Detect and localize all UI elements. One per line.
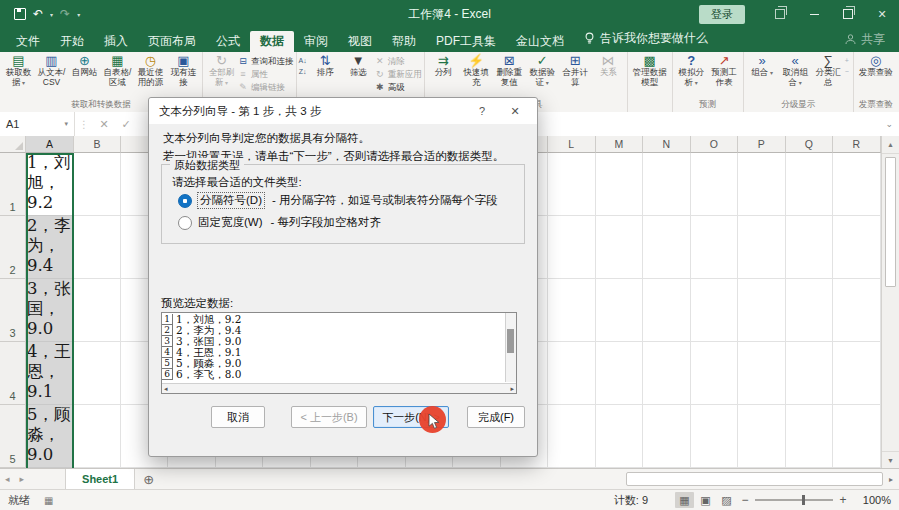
zoom-in-icon[interactable]: + xyxy=(835,493,851,507)
fixed-width-radio-row[interactable]: 固定宽度(W) - 每列字段加空格对齐 xyxy=(178,215,381,230)
cell-a5[interactable]: 5，顾淼，9.0 xyxy=(26,405,74,468)
preview-scroll-right-icon[interactable]: ▸ xyxy=(510,385,514,393)
scroll-up-icon[interactable]: ▲ xyxy=(882,136,899,154)
tab-data[interactable]: 数据 xyxy=(250,31,294,52)
restore-button[interactable] xyxy=(831,0,865,28)
delimited-radio-row[interactable]: 分隔符号(D) - 用分隔字符，如逗号或制表符分隔每个字段 xyxy=(178,193,498,208)
column-header-l[interactable]: L xyxy=(548,136,596,153)
cell-a1[interactable]: 1，刘旭，9.2 xyxy=(26,153,74,216)
qat-customize-icon[interactable]: ▾ xyxy=(77,11,80,18)
undo-caret-icon[interactable]: ▾ xyxy=(50,11,53,18)
collapse-ribbon-icon[interactable]: ⌃ xyxy=(883,100,891,110)
horizontal-scroll-thumb[interactable] xyxy=(626,472,883,486)
sort-descending-icon[interactable]: Z↓ xyxy=(299,67,307,76)
zoom-level[interactable]: 100% xyxy=(851,494,891,506)
row-header-4[interactable]: 4 xyxy=(0,342,26,405)
normal-view-icon[interactable]: ▦ xyxy=(675,492,694,508)
expand-formula-bar-icon[interactable]: ⌄ xyxy=(885,119,893,129)
sort-button[interactable]: ⇅ 排序 xyxy=(309,53,342,78)
tab-insert[interactable]: 插入 xyxy=(94,31,138,52)
consolidate-button[interactable]: ⊞ 合并计算 xyxy=(559,53,592,87)
text-to-columns-button[interactable]: ⇉ 分列 xyxy=(427,53,460,78)
h-scroll-right-icon[interactable]: ▸ xyxy=(883,475,899,484)
cell-a2[interactable]: 2，李为，9.4 xyxy=(26,216,74,279)
column-header-o[interactable]: O xyxy=(691,136,739,153)
data-validation-button[interactable]: ✓ 数据验证 xyxy=(526,53,559,87)
sign-in-button[interactable]: 登录 xyxy=(699,5,745,24)
undo-icon[interactable]: ↶ xyxy=(33,8,43,20)
cell-a3[interactable]: 3，张国，9.0 xyxy=(26,279,74,342)
delimited-radio[interactable] xyxy=(178,194,192,208)
zoom-slider-thumb[interactable] xyxy=(802,495,805,505)
tab-file[interactable]: 文件 xyxy=(6,31,50,52)
accessibility-icon[interactable]: ▦ xyxy=(44,495,53,506)
tab-formulas[interactable]: 公式 xyxy=(206,31,250,52)
subtotal-button[interactable]: ∑ 分类汇总 xyxy=(812,53,845,87)
select-all-corner[interactable] xyxy=(0,136,26,153)
fixed-width-radio-label[interactable]: 固定宽度(W) xyxy=(198,215,263,230)
tell-me-box[interactable]: 告诉我你想要做什么 xyxy=(574,26,718,52)
forecast-sheet-button[interactable]: ↗ 预测工作表 xyxy=(708,53,741,87)
column-header-n[interactable]: N xyxy=(643,136,691,153)
finish-button[interactable]: 完成(F) xyxy=(467,406,525,428)
ribbon-display-options-button[interactable] xyxy=(763,0,797,28)
fixed-width-radio[interactable] xyxy=(178,216,192,230)
new-sheet-icon[interactable]: ⊕ xyxy=(135,472,162,487)
sheet-tab-sheet1[interactable]: Sheet1 xyxy=(65,469,135,489)
sheet-nav-left-icon[interactable]: ◂ xyxy=(0,474,15,484)
from-web-button[interactable]: ⊕ 自网站 xyxy=(68,53,101,78)
row-header-5[interactable]: 5 xyxy=(0,405,26,468)
delimited-radio-label[interactable]: 分隔符号(D) xyxy=(198,193,264,208)
flash-fill-button[interactable]: ⚡ 快速填充 xyxy=(460,53,493,87)
column-header-r[interactable]: R xyxy=(833,136,881,153)
get-data-button[interactable]: ▤ 获取数据 xyxy=(2,53,35,87)
tab-review[interactable]: 审阅 xyxy=(294,31,338,52)
invoice-check-button[interactable]: ◎ 发票查验 xyxy=(856,53,896,78)
column-header-a[interactable]: A xyxy=(26,136,74,153)
advanced-filter-button[interactable]: ✱ 高级 xyxy=(375,81,422,93)
tab-view[interactable]: 视图 xyxy=(338,31,382,52)
sheet-nav-right-icon[interactable]: ▸ xyxy=(15,474,30,484)
row-header-2[interactable]: 2 xyxy=(0,216,26,279)
preview-scroll-left-icon[interactable]: ◂ xyxy=(164,385,168,393)
vertical-scrollbar[interactable]: ▲ ▼ xyxy=(881,136,899,468)
preview-vertical-scrollbar[interactable] xyxy=(505,313,516,382)
zoom-out-icon[interactable]: − xyxy=(737,493,753,507)
column-header-q[interactable]: Q xyxy=(786,136,834,153)
recent-sources-button[interactable]: ◷ 最近使用的源 xyxy=(134,53,167,87)
minimize-button[interactable] xyxy=(797,0,831,28)
group-button[interactable]: » 组合 xyxy=(746,53,779,78)
page-layout-view-icon[interactable]: ▣ xyxy=(696,492,715,508)
tab-help[interactable]: 帮助 xyxy=(382,31,426,52)
name-box-dropdown-icon[interactable]: ▾ xyxy=(64,120,68,128)
share-button[interactable]: 共享 xyxy=(845,31,885,52)
existing-connections-button[interactable]: ▣ 现有连接 xyxy=(167,53,200,87)
tab-pdf-tools[interactable]: PDF工具集 xyxy=(426,31,506,52)
sort-ascending-icon[interactable]: A↓ xyxy=(299,56,307,65)
save-icon[interactable] xyxy=(14,8,26,20)
zoom-slider[interactable] xyxy=(755,499,833,501)
dialog-close-button[interactable]: ✕ xyxy=(497,105,537,118)
from-table-range-button[interactable]: ▦ 自表格/区域 xyxy=(101,53,134,87)
ungroup-button[interactable]: « 取消组合 xyxy=(779,53,812,87)
column-header-m[interactable]: M xyxy=(596,136,644,153)
queries-connections-button[interactable]: ⊟ 查询和连接 xyxy=(238,55,294,67)
row-header-3[interactable]: 3 xyxy=(0,279,26,342)
data-preview-box[interactable]: 11，刘旭，9.2 22，李为，9.4 33，张国，9.0 44，王恩，9.1 … xyxy=(161,312,517,394)
preview-scroll-thumb[interactable] xyxy=(507,329,514,353)
cancel-button[interactable]: 取消 xyxy=(211,406,265,428)
scroll-down-icon[interactable]: ▼ xyxy=(882,451,899,468)
close-button[interactable]: ✕ xyxy=(865,0,899,28)
preview-horizontal-scrollbar[interactable]: ◂ ▸ xyxy=(162,383,516,393)
filter-button[interactable]: ▼ 筛选 xyxy=(342,53,375,78)
page-break-view-icon[interactable]: ▨ xyxy=(717,492,736,508)
manage-data-model-button[interactable]: ▩ 管理数据模型 xyxy=(630,53,670,87)
tab-home[interactable]: 开始 xyxy=(50,31,94,52)
tab-page-layout[interactable]: 页面布局 xyxy=(138,31,206,52)
row-header-1[interactable]: 1 xyxy=(0,153,26,216)
what-if-analysis-button[interactable]: ? 模拟分析 xyxy=(675,53,708,87)
from-text-csv-button[interactable]: ▥ 从文本/CSV xyxy=(35,53,68,87)
name-box[interactable]: A1 ▾ xyxy=(0,112,75,136)
column-header-b[interactable]: B xyxy=(74,136,121,153)
column-header-p[interactable]: P xyxy=(738,136,786,153)
